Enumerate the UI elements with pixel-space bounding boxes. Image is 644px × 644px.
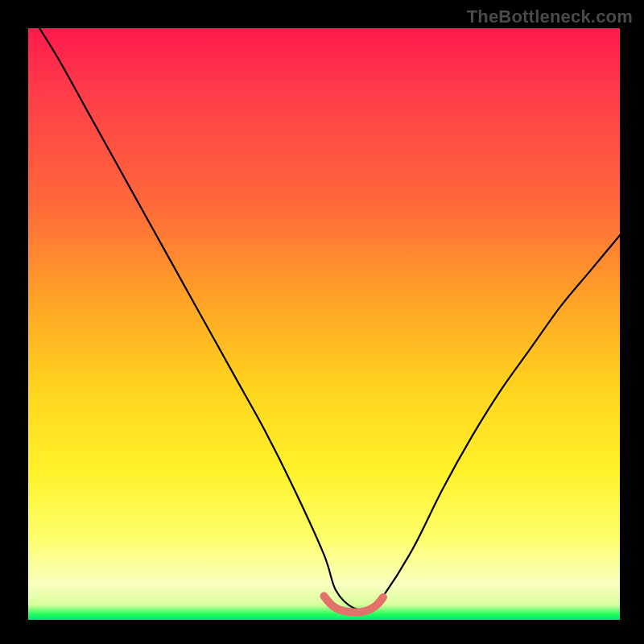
plot-area (28, 28, 620, 620)
chart-frame: TheBottleneck.com (0, 0, 644, 644)
bottleneck-curve (28, 28, 620, 610)
trough-marker (324, 597, 384, 613)
curve-layer (28, 28, 620, 620)
watermark-text: TheBottleneck.com (467, 6, 633, 27)
